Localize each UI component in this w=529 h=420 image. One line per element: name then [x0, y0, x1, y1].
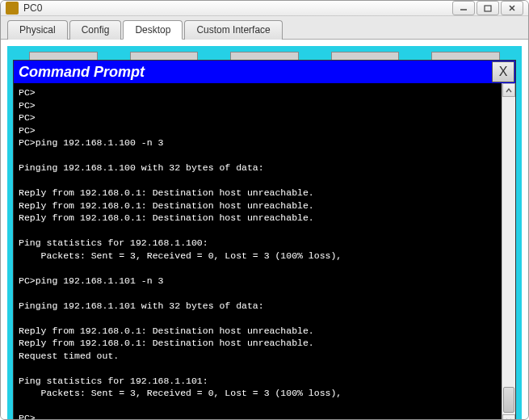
command-prompt-output[interactable]: PC> PC> PC> PC> PC>ping 192.168.1.100 -n… — [14, 83, 502, 420]
tab-bar: Physical Config Desktop Custom Interface — [1, 16, 528, 40]
scrollbar[interactable] — [502, 83, 515, 420]
chevron-up-icon — [506, 87, 512, 94]
app-window: PC0 Physical Config Desktop Custom Inter… — [0, 0, 529, 420]
desktop-inner-frame: Command Prompt X PC> PC> PC> PC> PC>ping… — [7, 46, 522, 420]
maximize-button[interactable] — [477, 1, 499, 15]
command-prompt-close-button[interactable]: X — [492, 61, 514, 82]
command-prompt-body-wrap: PC> PC> PC> PC> PC>ping 192.168.1.100 -n… — [14, 83, 515, 420]
close-button[interactable] — [501, 1, 523, 15]
minimize-button[interactable] — [452, 1, 475, 15]
close-icon — [508, 4, 516, 12]
svg-rect-1 — [485, 6, 491, 11]
tab-config[interactable]: Config — [69, 20, 122, 40]
window-controls — [452, 1, 523, 15]
bg-icon — [130, 52, 199, 60]
window-title: PC0 — [23, 2, 452, 14]
command-prompt-window: Command Prompt X PC> PC> PC> PC> PC>ping… — [13, 60, 516, 420]
tab-desktop[interactable]: Desktop — [123, 20, 183, 40]
scroll-thumb[interactable] — [503, 387, 514, 413]
scroll-track[interactable] — [502, 97, 515, 414]
maximize-icon — [484, 4, 492, 12]
scroll-down-button[interactable] — [502, 414, 515, 420]
scroll-up-button[interactable] — [502, 83, 515, 97]
tab-custom-interface[interactable]: Custom Interface — [184, 20, 282, 40]
command-prompt-title: Command Prompt — [19, 64, 491, 81]
command-prompt-titlebar[interactable]: Command Prompt X — [14, 61, 515, 83]
minimize-icon — [460, 4, 468, 12]
desktop-panel: Command Prompt X PC> PC> PC> PC> PC>ping… — [1, 40, 528, 420]
tab-physical[interactable]: Physical — [7, 20, 68, 40]
bg-icon — [431, 52, 500, 60]
bg-icon — [29, 52, 98, 60]
bg-icon — [230, 52, 299, 60]
window-titlebar[interactable]: PC0 — [1, 1, 528, 16]
app-icon — [6, 2, 19, 15]
bg-icon — [331, 52, 400, 60]
background-icons-peek — [13, 52, 516, 60]
